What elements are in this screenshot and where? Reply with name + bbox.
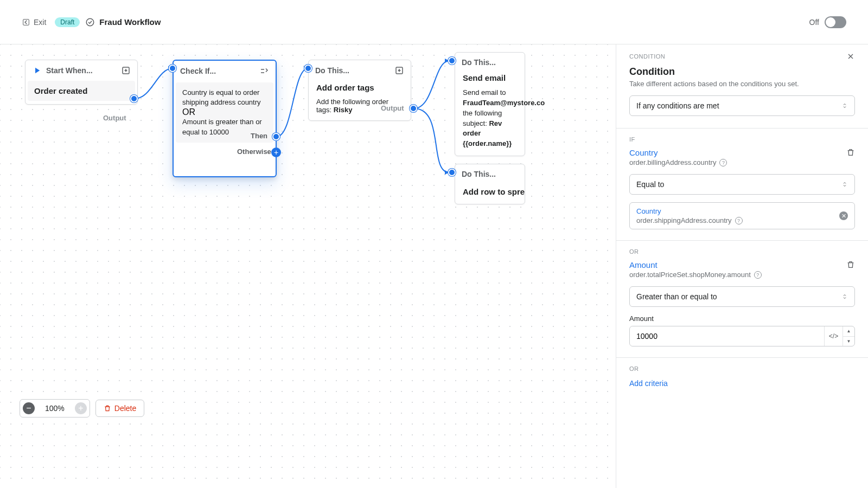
svg-rect-0 bbox=[23, 19, 29, 25]
node-title: Order created bbox=[28, 81, 135, 101]
value-name: Country bbox=[636, 207, 743, 215]
close-icon[interactable] bbox=[846, 52, 855, 61]
node-header-label: Do This... bbox=[315, 66, 390, 75]
help-icon[interactable]: ? bbox=[719, 159, 727, 166]
zoom-group: − 100% + bbox=[20, 399, 90, 418]
then-port[interactable] bbox=[272, 133, 280, 140]
draft-badge: Draft bbox=[55, 17, 80, 27]
node-header-label: Check If... bbox=[180, 67, 255, 75]
criterion-name[interactable]: Amount bbox=[629, 260, 762, 269]
chevron-updown-icon bbox=[841, 102, 848, 109]
node-spreadsheet[interactable]: Do This... Add row to spreadshe bbox=[455, 164, 525, 204]
condition-panel: Condition Condition Take different actio… bbox=[616, 44, 868, 488]
node-title: Add order tags bbox=[309, 81, 411, 98]
operator-select[interactable]: Greater than or equal to bbox=[629, 286, 855, 307]
node-header-label: Start When... bbox=[46, 66, 117, 75]
input-port[interactable] bbox=[448, 169, 456, 176]
node-title: Add row to spreadshe bbox=[455, 184, 525, 204]
chevron-updown-icon bbox=[841, 181, 848, 188]
input-port[interactable] bbox=[448, 57, 456, 65]
node-check-if[interactable]: Check If... Country is equal to order sh… bbox=[173, 60, 277, 177]
input-port[interactable] bbox=[169, 65, 176, 72]
panel-kicker: Condition bbox=[629, 53, 665, 60]
branch-icon bbox=[259, 66, 269, 76]
criterion-block: Amount order.totalPriceSet.shopMoney.amo… bbox=[616, 255, 868, 279]
node-title: Send email bbox=[455, 72, 525, 88]
operator-select[interactable]: Equal to bbox=[629, 174, 855, 195]
value-path: order.shippingAddress.country ? bbox=[636, 216, 743, 224]
criterion-block: Country order.billingAddress.country ? bbox=[616, 143, 868, 166]
node-start[interactable]: Start When... Order created bbox=[25, 60, 138, 105]
output-port-label: Output bbox=[381, 104, 404, 112]
criterion-path: order.totalPriceSet.shopMoney.amount ? bbox=[629, 271, 762, 279]
criterion-name[interactable]: Country bbox=[629, 148, 727, 157]
then-port-label: Then bbox=[251, 132, 267, 140]
otherwise-add-port[interactable]: + bbox=[271, 147, 281, 157]
add-criteria-link[interactable]: Add criteria bbox=[629, 379, 668, 388]
or-section-label: Or bbox=[616, 358, 868, 372]
workflow-title: Fraud Workflow bbox=[99, 17, 161, 27]
exit-icon bbox=[22, 18, 30, 27]
save-icon[interactable] bbox=[394, 66, 404, 75]
or-separator: OR bbox=[182, 107, 267, 117]
panel-description: Take different actions based on the cond… bbox=[629, 80, 855, 88]
otherwise-port-label: Otherwise bbox=[237, 147, 271, 156]
step-down[interactable]: ▼ bbox=[843, 337, 854, 346]
zoom-out-button[interactable]: − bbox=[20, 400, 37, 417]
node-header-label: Do This... bbox=[462, 170, 518, 178]
zoom-level: 100% bbox=[37, 404, 72, 413]
help-icon[interactable]: ? bbox=[735, 217, 743, 224]
step-up[interactable]: ▲ bbox=[843, 326, 854, 337]
trash-icon bbox=[104, 404, 111, 412]
output-port[interactable] bbox=[130, 95, 138, 102]
if-section-label: If bbox=[616, 129, 868, 143]
amount-input-row: </> ▲ ▼ bbox=[629, 326, 855, 346]
check-circle-icon bbox=[85, 17, 95, 27]
code-toggle[interactable]: </> bbox=[824, 326, 843, 346]
trash-icon[interactable] bbox=[846, 260, 855, 269]
top-bar: Exit Draft Fraud Workflow Off bbox=[0, 0, 868, 44]
exit-label: Exit bbox=[34, 18, 46, 27]
clear-icon[interactable]: ✕ bbox=[839, 211, 848, 220]
criterion-value-box[interactable]: Country order.shippingAddress.country ? … bbox=[629, 202, 855, 229]
trash-icon[interactable] bbox=[846, 148, 855, 157]
node-send-email[interactable]: Do This... Send email Send email to Frau… bbox=[455, 52, 525, 156]
panel-title: Condition bbox=[629, 66, 855, 78]
amount-input[interactable] bbox=[630, 326, 824, 346]
canvas-controls: − 100% + Delete bbox=[20, 399, 144, 418]
svg-point-1 bbox=[87, 18, 94, 26]
zoom-in-button[interactable]: + bbox=[72, 400, 90, 417]
output-port[interactable] bbox=[410, 105, 417, 112]
output-port-label: Output bbox=[103, 114, 126, 122]
condition-text-1: Country is equal to order shipping addre… bbox=[182, 88, 267, 107]
play-icon bbox=[32, 66, 42, 75]
number-stepper: ▲ ▼ bbox=[843, 326, 854, 346]
criterion-path: order.billingAddress.country ? bbox=[629, 158, 727, 166]
workflow-enable-toggle[interactable] bbox=[825, 16, 846, 28]
help-icon[interactable]: ? bbox=[754, 271, 762, 279]
match-mode-select[interactable]: If any conditions are met bbox=[629, 95, 855, 116]
or-section-label: Or bbox=[616, 241, 868, 255]
chevron-updown-icon bbox=[841, 293, 848, 300]
delete-button[interactable]: Delete bbox=[95, 400, 144, 417]
amount-field-label: Amount bbox=[616, 307, 868, 323]
node-description: Send email to FraudTeam@mystore.co the f… bbox=[455, 88, 525, 156]
toggle-label: Off bbox=[809, 18, 819, 27]
exit-button[interactable]: Exit bbox=[22, 18, 46, 27]
input-port[interactable] bbox=[304, 65, 312, 72]
save-icon[interactable] bbox=[121, 66, 131, 75]
node-header-label: Do This... bbox=[462, 58, 518, 67]
